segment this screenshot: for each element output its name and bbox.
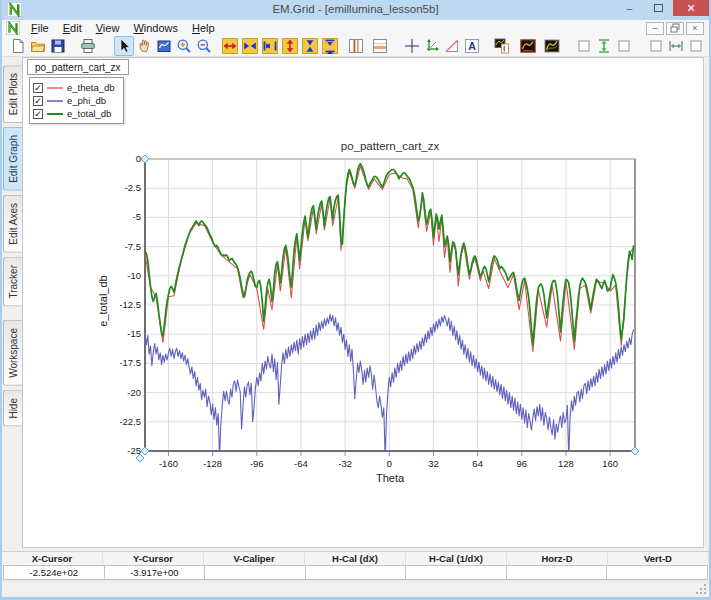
print-icon xyxy=(80,38,96,54)
slope-tool-button[interactable] xyxy=(442,36,462,56)
menu-help[interactable]: Help xyxy=(185,21,222,35)
svg-text:0: 0 xyxy=(136,153,141,164)
readout-value-6 xyxy=(607,565,708,580)
readout-header-4: H-Cal (1/dX) xyxy=(406,552,507,565)
sidebar-tab-edit-axes[interactable]: Edit Axes xyxy=(3,195,22,253)
print-button[interactable] xyxy=(78,36,98,56)
col-orange-icon xyxy=(372,38,388,54)
align-box-3-button[interactable] xyxy=(686,36,706,56)
maximize-icon xyxy=(654,4,663,12)
app-window: EM.Grid - [emillumina_lesson5b] – ✕ File… xyxy=(0,0,711,600)
legend-checkbox-e_theta_db[interactable]: ✓ xyxy=(33,83,43,93)
align-box-mid-button[interactable] xyxy=(614,36,634,56)
svg-text:-20: -20 xyxy=(127,387,141,398)
crosshair-tool-button[interactable] xyxy=(402,36,422,56)
axes-icon xyxy=(424,38,440,54)
box-empty-icon xyxy=(648,38,664,54)
title-bar: EM.Grid - [emillumina_lesson5b] – ✕ xyxy=(2,0,709,20)
svg-text:-128: -128 xyxy=(203,458,222,469)
child-minimize-button[interactable]: – xyxy=(646,22,664,35)
col-red-icon xyxy=(348,38,364,54)
axes-tool-button[interactable] xyxy=(422,36,442,56)
child-close-button[interactable]: × xyxy=(686,22,704,35)
zoom-region-tool-button[interactable] xyxy=(154,36,174,56)
svg-text:-10: -10 xyxy=(127,270,141,281)
horizontal-cursors-button[interactable] xyxy=(370,36,390,56)
sidebar-tab-edit-plots[interactable]: Edit Plots xyxy=(3,65,22,123)
child-restore-button[interactable] xyxy=(666,22,684,35)
document-tab[interactable]: po_pattern_cart_zx xyxy=(27,59,129,75)
selection-handle[interactable] xyxy=(141,155,149,163)
selection-handle[interactable] xyxy=(141,447,149,455)
legend-label: e_phi_db xyxy=(67,95,106,106)
menu-edit[interactable]: Edit xyxy=(56,21,89,35)
chart-canvas[interactable]: -160-128-96-64-3203264961281600-2.5-5-7.… xyxy=(120,134,660,494)
align-box-left-button[interactable] xyxy=(574,36,594,56)
legend-row-e_total_db: ✓e_total_db xyxy=(33,107,115,120)
invert-plot-button[interactable] xyxy=(518,36,538,56)
expand-y-button[interactable] xyxy=(280,36,300,56)
pan-tool-button[interactable] xyxy=(134,36,154,56)
svg-text:32: 32 xyxy=(428,458,439,469)
readout-value-2 xyxy=(205,565,306,580)
menu-view[interactable]: View xyxy=(89,21,127,35)
close-button[interactable]: ✕ xyxy=(673,0,709,16)
svg-text:-160: -160 xyxy=(159,458,178,469)
box-empty-icon xyxy=(576,38,592,54)
v-space-icon xyxy=(596,38,612,54)
box-empty-icon xyxy=(616,38,632,54)
expand-y-axis-button[interactable] xyxy=(300,36,320,56)
save-button[interactable] xyxy=(48,36,68,56)
plot-style-button[interactable] xyxy=(542,36,562,56)
chart-area[interactable]: -160-128-96-64-3203264961281600-2.5-5-7.… xyxy=(120,134,660,494)
selection-handle[interactable] xyxy=(631,447,639,455)
y-axis-label: e_total_db xyxy=(97,251,109,351)
legend-checkbox-e_total_db[interactable]: ✓ xyxy=(33,109,43,119)
svg-text:-12.5: -12.5 xyxy=(120,299,141,310)
zoom-in-button[interactable] xyxy=(174,36,194,56)
space-horizontal-button[interactable] xyxy=(666,36,686,56)
maximize-button[interactable] xyxy=(644,0,673,16)
workspace-content: po_pattern_cart_zx ✓e_theta_db✓e_phi_db✓… xyxy=(22,57,704,548)
shrink-x-button[interactable] xyxy=(260,36,280,56)
zoom-out-button[interactable] xyxy=(194,36,214,56)
resize-grip[interactable] xyxy=(695,583,707,595)
menu-windows[interactable]: Windows xyxy=(126,21,185,35)
space-vertical-button[interactable] xyxy=(594,36,614,56)
plot-legend: ✓e_theta_db✓e_phi_db✓e_total_db xyxy=(29,77,124,124)
minimize-button[interactable]: – xyxy=(615,0,644,16)
legend-checkbox-e_phi_db[interactable]: ✓ xyxy=(33,96,43,106)
svg-text:64: 64 xyxy=(472,458,483,469)
h-shrink-blue-icon xyxy=(262,38,278,54)
hand-icon xyxy=(136,38,152,54)
sidebar-tab-edit-graph[interactable]: Edit Graph xyxy=(3,127,22,191)
new-file-button[interactable] xyxy=(8,36,28,56)
shrink-y-button[interactable] xyxy=(320,36,340,56)
expand-x-button[interactable] xyxy=(220,36,240,56)
align-box-2-button[interactable] xyxy=(646,36,666,56)
plot-dark-icon xyxy=(544,38,560,54)
region-icon xyxy=(156,38,172,54)
v-expand-red-icon xyxy=(282,38,298,54)
plot-dark-red-icon xyxy=(520,38,536,54)
sidebar-tab-workspace[interactable]: Workspace xyxy=(3,320,22,386)
side-tab-strip: Edit PlotsEdit GraphEdit AxesTrackerWork… xyxy=(2,57,22,548)
copy-plot-button[interactable] xyxy=(492,36,512,56)
select-tool-button[interactable] xyxy=(114,36,134,56)
sidebar-tab-tracker[interactable]: Tracker xyxy=(3,257,22,307)
legend-swatch xyxy=(47,100,63,102)
readout-value-1: -3.917e+00 xyxy=(105,565,206,580)
open-file-button[interactable] xyxy=(28,36,48,56)
expand-x-axis-button[interactable] xyxy=(240,36,260,56)
menu-file[interactable]: File xyxy=(24,21,56,35)
sidebar-tab-hide[interactable]: Hide xyxy=(3,390,22,427)
document-logo-icon xyxy=(6,21,20,35)
readout-header-0: X-Cursor xyxy=(2,552,103,565)
svg-text:0: 0 xyxy=(387,458,392,469)
text-tool-button[interactable] xyxy=(462,36,482,56)
vertical-cursors-button[interactable] xyxy=(346,36,366,56)
svg-text:-32: -32 xyxy=(338,458,352,469)
svg-text:-2.5: -2.5 xyxy=(125,182,141,193)
svg-text:-5: -5 xyxy=(133,211,141,222)
status-bar xyxy=(2,580,709,597)
